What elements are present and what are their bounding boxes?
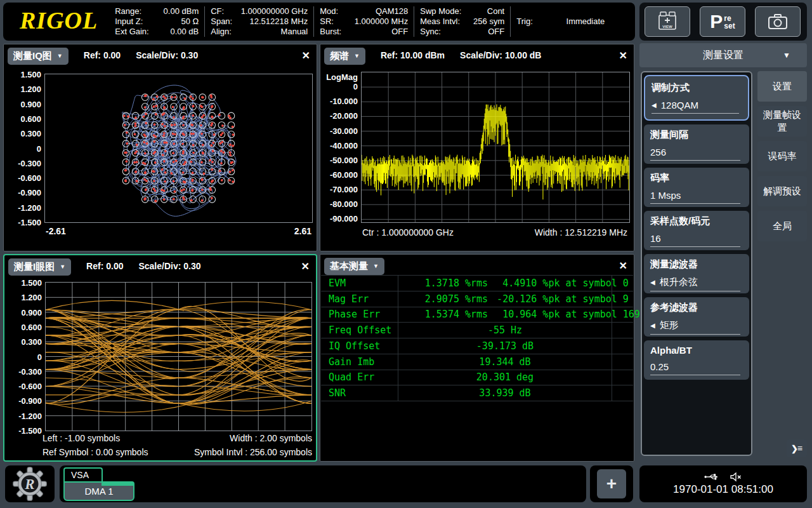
parameter-value: Manual <box>281 27 308 37</box>
basic-measurement-panel[interactable]: 基本测量 ▼ ✕ EVM1.3718 %rms 4.4910 %pk at sy… <box>320 254 634 462</box>
iq-constellation-panel[interactable]: 测量IQ图 ▼ Ref: 0.00 Scale/Div: 0.30 ✕ 1.50… <box>3 44 317 251</box>
system-status-panel[interactable]: 1970-01-01 08:51:00 <box>639 465 807 502</box>
header-parameter: Input Z:50 Ω <box>115 17 199 27</box>
measurement-values: 19.344 dB <box>398 354 612 370</box>
measurement-value: 33.939 dB <box>398 387 612 399</box>
parameter-value: 12.512218 MHz <box>249 17 308 27</box>
rms-value: 1.3718 %rms <box>398 277 488 289</box>
table-row: Mag Err2.9075 %rms-20.126 %pk at symbol … <box>321 291 633 307</box>
setting-value-text: 256 <box>650 147 666 157</box>
table-spacer-cell <box>612 291 633 307</box>
settings-tab-设置[interactable]: 设置 <box>757 71 807 102</box>
eye-symbol-intvl-value: Symbol Intvl : 256.00 symbols <box>194 447 312 457</box>
header-buttons: VIEW P re set <box>639 3 807 41</box>
iq-ref-value: Ref: 0.00 <box>84 50 121 60</box>
settings-tab-误码率[interactable]: 误码率 <box>757 141 807 171</box>
table-spacer-cell <box>612 307 633 323</box>
y-tick-label: -1.200 <box>18 411 42 420</box>
y-tick-label: -50.000 <box>330 155 358 164</box>
close-icon[interactable]: ✕ <box>302 50 310 62</box>
spectrum-plot-svg <box>362 72 629 222</box>
settings-tab-解调预设[interactable]: 解调预设 <box>757 176 807 206</box>
eye-panel-header: 测量I眼图 ▼ Ref: 0.00 Scale/Div: 0.30 ✕ <box>4 255 316 277</box>
setting-field-测量滤波器[interactable]: 测量滤波器◀根升余弦 <box>644 254 749 293</box>
table-spacer-cell <box>612 385 633 401</box>
setting-value: ◀128QAM <box>652 100 739 114</box>
close-icon[interactable]: ✕ <box>619 50 627 62</box>
y-tick-label: 1.200 <box>20 84 41 94</box>
parameter-label: Meas Intvl: <box>420 17 460 27</box>
parameter-label: Align: <box>211 27 232 37</box>
spectrum-panel[interactable]: 频谱 ▼ Ref: 10.00 dBm Scale/Div: 10.00 dB … <box>320 44 634 251</box>
header-parameter: Meas Intvl:256 sym <box>420 17 504 27</box>
measurement-values: -55 Hz <box>398 323 612 338</box>
iq-plot-svg <box>45 74 312 222</box>
enum-arrow-icon: ◀ <box>650 322 655 329</box>
header-parameter: SR:1.000000 MHz <box>320 17 408 27</box>
setting-label: Alpha/BT <box>650 345 743 356</box>
app-group-tab-vsa[interactable]: VSA <box>63 467 103 481</box>
setting-value: 0.25 <box>650 361 740 375</box>
iq-trace-selector[interactable]: 测量IQ图 ▼ <box>8 48 69 65</box>
setting-field-采样点数/码元[interactable]: 采样点数/码元16 <box>644 211 749 250</box>
table-row: Freq Offset-55 Hz <box>321 323 633 338</box>
header-column: Range:0.00 dBmInput Z:50 ΩExt Gain:0.00 … <box>109 6 204 37</box>
y-tick-label: 0.600 <box>20 114 41 123</box>
add-app-button[interactable]: + <box>597 469 626 498</box>
measurement-values: 1.5374 %rms 10.964 %pk at symbol 169 <box>398 307 612 323</box>
table-row: Quad Err20.301 deg <box>321 370 633 386</box>
setting-field-调制方式[interactable]: 调制方式◀128QAM <box>644 75 749 121</box>
iq-x-axis-labels: -2.61 2.61 <box>46 226 311 236</box>
iq-x-min: -2.61 <box>46 226 66 236</box>
parameter-label: Range: <box>115 6 141 17</box>
measurement-settings-sidebar: 测量设置 ▼ 调制方式◀128QAM测量间隔256码率1 Msps采样点数/码元… <box>639 43 807 462</box>
table-view-selector[interactable]: 基本测量 ▼ <box>324 258 384 275</box>
settings-tab-全局[interactable]: 全局 <box>757 211 807 241</box>
parameter-label: Span: <box>211 17 232 27</box>
sidebar-menu-selector[interactable]: 测量设置 ▼ <box>639 43 807 67</box>
setting-label: 参考滤波器 <box>650 302 743 314</box>
parameter-value: 1.000000000 GHz <box>241 6 308 17</box>
system-datetime: 1970-01-01 08:51:00 <box>673 483 773 496</box>
menu-expand-button[interactable]: ❯ ≡ <box>787 439 807 457</box>
peak-value: 4.4910 %pk at symbol 0 <box>488 277 629 289</box>
eye-trace-selector[interactable]: 测量I眼图 ▼ <box>8 258 71 276</box>
svg-text:R: R <box>24 476 34 492</box>
rigol-gear-icon: R <box>13 467 47 501</box>
header-column: Mod:QAM128SR:1.000000 MHzBurst:OFF <box>313 6 414 37</box>
setting-field-测量间隔[interactable]: 测量间隔256 <box>644 124 749 164</box>
setting-field-参考滤波器[interactable]: 参考滤波器◀矩形 <box>644 297 749 337</box>
y-tick-label: 0.600 <box>21 322 42 331</box>
table-spacer-cell <box>612 323 633 338</box>
setting-field-Alpha/BT[interactable]: Alpha/BT0.25 <box>644 340 749 380</box>
spectrum-scale-value: Scale/Div: 10.00 dB <box>460 50 541 60</box>
parameter-value: Immediate <box>566 17 605 27</box>
spectrum-trace-selector[interactable]: 频谱 ▼ <box>324 48 365 65</box>
y-tick-label: 1.500 <box>21 278 42 288</box>
view-button[interactable]: VIEW <box>645 6 690 37</box>
setting-label: 测量间隔 <box>650 129 743 141</box>
y-tick-label: -1.500 <box>18 218 41 227</box>
close-icon[interactable]: ✕ <box>301 260 310 272</box>
screenshot-button[interactable] <box>755 6 801 37</box>
measurement-name: Quad Err <box>321 370 398 385</box>
eye-diagram-panel[interactable]: 测量I眼图 ▼ Ref: 0.00 Scale/Div: 0.30 ✕ 1.50… <box>3 254 317 462</box>
y-tick-label: -90.000 <box>330 214 358 224</box>
parameter-value: QAM128 <box>376 6 408 17</box>
y-tick-label: -80.000 <box>330 199 358 209</box>
iq-plot <box>44 74 313 223</box>
settings-tab-测量帧设置[interactable]: 测量帧设置 <box>757 106 807 137</box>
preset-button[interactable]: P re set <box>700 6 745 37</box>
settings-tabs: 设置测量帧设置误码率解调预设全局 <box>757 71 807 241</box>
header-column: CF:1.000000000 GHzSpan:12.512218 MHzAlig… <box>204 6 313 37</box>
setting-field-码率[interactable]: 码率1 Msps <box>644 168 749 207</box>
setting-value: ◀矩形 <box>650 319 740 335</box>
close-icon[interactable]: ✕ <box>619 260 627 272</box>
y-tick-label: -30.000 <box>330 126 358 135</box>
table-row: SNR33.939 dB <box>321 385 633 401</box>
setting-value-text: 128QAM <box>661 100 698 110</box>
parameter-value: 0.00 dB <box>170 27 199 37</box>
measurement-value: -55 Hz <box>398 324 612 336</box>
system-menu-button[interactable]: R <box>5 465 55 502</box>
spectrum-ref-value: Ref: 10.00 dBm <box>381 50 445 60</box>
